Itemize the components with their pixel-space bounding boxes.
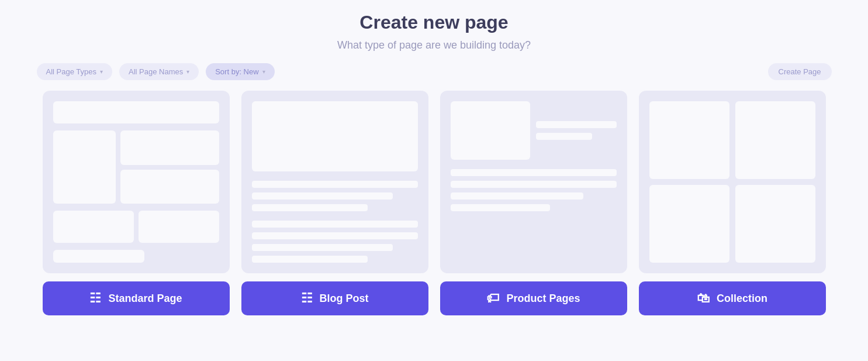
preview-info-1 bbox=[536, 121, 617, 128]
preview-line-4 bbox=[252, 221, 418, 228]
blog-post-button[interactable]: ☷ Blog Post bbox=[241, 281, 428, 315]
preview-product-info bbox=[536, 101, 617, 160]
cards-container: ☷ Standard Page ☷ Blog Post bbox=[31, 91, 838, 315]
product-pages-button[interactable]: 🏷 Product Pages bbox=[440, 281, 627, 315]
preview-standard bbox=[43, 91, 230, 273]
preview-collection bbox=[639, 91, 826, 273]
preview-left-col bbox=[53, 130, 116, 204]
preview-product bbox=[440, 91, 627, 273]
preview-line-3 bbox=[252, 204, 368, 211]
preview-bottom-1 bbox=[53, 211, 134, 243]
preview-coll-1 bbox=[649, 101, 729, 179]
preview-line-1 bbox=[252, 181, 418, 188]
card-collection: 🛍 Collection bbox=[639, 91, 826, 315]
filter-page-names[interactable]: All Page Names ▾ bbox=[119, 63, 199, 80]
preview-mid-row bbox=[53, 130, 219, 204]
preview-collection-grid bbox=[649, 101, 815, 263]
standard-page-icon: ☷ bbox=[89, 291, 101, 306]
preview-top-bar bbox=[53, 101, 219, 123]
page-title: Create new page bbox=[359, 12, 508, 33]
collection-button[interactable]: 🛍 Collection bbox=[639, 281, 826, 315]
create-page-button[interactable]: Create Page bbox=[768, 63, 832, 80]
preview-line-2 bbox=[252, 192, 393, 200]
card-blog: ☷ Blog Post bbox=[241, 91, 428, 315]
preview-blog-lines-2 bbox=[252, 221, 418, 263]
preview-coll-3 bbox=[649, 185, 729, 263]
preview-blog bbox=[241, 91, 428, 273]
preview-coll-2 bbox=[735, 101, 815, 179]
preview-pline-4 bbox=[451, 204, 550, 211]
product-pages-icon: 🏷 bbox=[486, 291, 499, 306]
collection-icon: 🛍 bbox=[697, 291, 710, 306]
chevron-down-icon: ▾ bbox=[100, 68, 103, 75]
blog-post-icon: ☷ bbox=[301, 291, 313, 306]
preview-cell-1 bbox=[120, 130, 219, 165]
preview-product-image bbox=[451, 101, 530, 160]
preview-product-top bbox=[451, 101, 617, 160]
preview-line-6 bbox=[252, 244, 393, 251]
preview-info-2 bbox=[536, 133, 592, 140]
preview-bottom-bar bbox=[53, 250, 144, 263]
preview-coll-4 bbox=[735, 185, 815, 263]
preview-line-5 bbox=[252, 232, 418, 239]
preview-cell-2 bbox=[120, 170, 219, 204]
preview-bottom-row bbox=[53, 211, 219, 243]
preview-product-lines bbox=[451, 169, 617, 211]
preview-bottom-2 bbox=[139, 211, 219, 243]
preview-blog-lines bbox=[252, 181, 418, 211]
filter-sort[interactable]: Sort by: New ▾ bbox=[206, 63, 274, 80]
preview-pline-2 bbox=[451, 181, 617, 188]
preview-right-col bbox=[120, 130, 219, 204]
chevron-down-icon: ▾ bbox=[186, 68, 189, 75]
page-subtitle: What type of page are we building today? bbox=[337, 39, 531, 51]
preview-pline-3 bbox=[451, 192, 583, 200]
card-standard: ☷ Standard Page bbox=[43, 91, 230, 315]
filter-page-types[interactable]: All Page Types ▾ bbox=[37, 63, 112, 80]
chevron-down-icon: ▾ bbox=[262, 68, 265, 75]
card-product: 🏷 Product Pages bbox=[440, 91, 627, 315]
preview-pline-1 bbox=[451, 169, 617, 176]
preview-line-7 bbox=[252, 256, 368, 263]
standard-page-button[interactable]: ☷ Standard Page bbox=[43, 281, 230, 315]
filter-bar: All Page Types ▾ All Page Names ▾ Sort b… bbox=[31, 63, 838, 80]
preview-blog-image bbox=[252, 101, 418, 171]
